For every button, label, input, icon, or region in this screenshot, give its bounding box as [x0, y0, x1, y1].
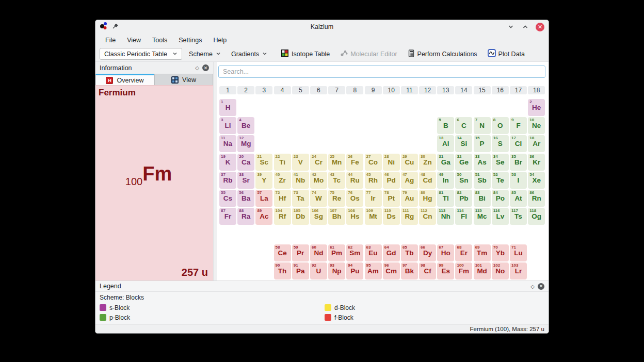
chevron-down-icon[interactable] [507, 23, 515, 31]
search-input[interactable] [218, 65, 545, 78]
chevron-up-icon[interactable] [521, 23, 529, 31]
element-tile-U[interactable]: 92U [310, 262, 327, 279]
element-tile-Br[interactable]: 35Br [510, 154, 527, 171]
element-tile-Md[interactable]: 101Md [474, 262, 491, 279]
table-type-select[interactable]: Classic Periodic Table [100, 48, 182, 60]
element-tile-Sr[interactable]: 38Sr [237, 172, 254, 189]
element-tile-Sc[interactable]: 21Sc [255, 154, 272, 171]
element-tile-Th[interactable]: 90Th [274, 262, 291, 279]
element-tile-Xe[interactable]: 54Xe [528, 172, 545, 189]
element-tile-C[interactable]: 6C [455, 117, 472, 134]
element-tile-No[interactable]: 102No [492, 262, 509, 279]
element-tile-Nh[interactable]: 113Nh [437, 208, 454, 225]
element-tile-Ti[interactable]: 22Ti [274, 154, 291, 171]
element-tile-I[interactable]: 53I [510, 172, 527, 189]
element-tile-La[interactable]: 57La [255, 190, 272, 207]
element-tile-Y[interactable]: 39Y [255, 172, 272, 189]
element-tile-Tb[interactable]: 65Tb [401, 244, 418, 261]
gradients-dropdown[interactable]: Gradients [228, 48, 271, 60]
element-tile-Ar[interactable]: 18Ar [528, 135, 545, 152]
element-tile-Nd[interactable]: 60Nd [310, 244, 327, 261]
element-tile-Fm[interactable]: 100Fm [455, 262, 472, 279]
element-tile-Tc[interactable]: 43Tc [328, 172, 345, 189]
element-tile-Pm[interactable]: 61Pm [328, 244, 345, 261]
element-tile-Hf[interactable]: 72Hf [274, 190, 291, 207]
element-tile-Co[interactable]: 27Co [365, 154, 382, 171]
menu-item-settings[interactable]: Settings [174, 35, 206, 45]
element-tile-Fl[interactable]: 114Fl [455, 208, 472, 225]
float-diamond-icon[interactable]: ◇ [195, 65, 199, 71]
close-icon[interactable]: ✕ [536, 23, 544, 31]
element-tile-Os[interactable]: 76Os [346, 190, 363, 207]
element-tile-Po[interactable]: 84Po [492, 190, 509, 207]
element-tile-Pb[interactable]: 82Pb [455, 190, 472, 207]
element-tile-Bi[interactable]: 83Bi [474, 190, 491, 207]
element-tile-Mc[interactable]: 115Mc [474, 208, 491, 225]
element-tile-Ta[interactable]: 73Ta [292, 190, 309, 207]
element-tile-Mo[interactable]: 42Mo [310, 172, 327, 189]
element-tile-Tm[interactable]: 69Tm [474, 244, 491, 261]
element-tile-Mg[interactable]: 12Mg [237, 135, 254, 152]
element-tile-Cl[interactable]: 17Cl [510, 135, 527, 152]
element-tile-Li[interactable]: 3Li [219, 117, 236, 134]
element-tile-Te[interactable]: 52Te [492, 172, 509, 189]
element-tile-Rb[interactable]: 37Rb [219, 172, 236, 189]
element-tile-B[interactable]: 5B [437, 117, 454, 134]
element-tile-V[interactable]: 23V [292, 154, 309, 171]
element-tile-Ce[interactable]: 58Ce [274, 244, 291, 261]
element-tile-Hs[interactable]: 108Hs [346, 208, 363, 225]
isotope-table-button[interactable]: Isotope Table [277, 48, 333, 60]
element-tile-S[interactable]: 16S [492, 135, 509, 152]
element-tile-Rf[interactable]: 104Rf [274, 208, 291, 225]
float-diamond-icon[interactable]: ◇ [530, 284, 535, 289]
element-tile-Ag[interactable]: 47Ag [401, 172, 418, 189]
element-tile-Ne[interactable]: 10Ne [528, 117, 545, 134]
element-tile-Pa[interactable]: 91Pa [292, 262, 309, 279]
element-tile-Ru[interactable]: 44Ru [346, 172, 363, 189]
element-tile-Sg[interactable]: 106Sg [310, 208, 327, 225]
element-tile-Ir[interactable]: 77Ir [365, 190, 382, 207]
element-tile-Yb[interactable]: 70Yb [492, 244, 509, 261]
menu-item-view[interactable]: View [122, 35, 146, 45]
tab-view[interactable]: View [154, 74, 213, 85]
menu-item-file[interactable]: File [101, 35, 120, 45]
element-tile-Eu[interactable]: 63Eu [365, 244, 382, 261]
element-tile-He[interactable]: 2He [528, 99, 545, 116]
element-tile-Be[interactable]: 4Be [237, 117, 254, 134]
element-tile-P[interactable]: 15P [474, 135, 491, 152]
tab-overview[interactable]: H Overview [95, 74, 154, 85]
close-circle-icon[interactable]: ✕ [538, 283, 544, 290]
element-tile-Ts[interactable]: 117Ts [510, 208, 527, 225]
element-tile-As[interactable]: 33As [474, 154, 491, 171]
plot-data-button[interactable]: Plot Data [484, 48, 528, 60]
element-tile-Na[interactable]: 11Na [219, 135, 236, 152]
close-circle-icon[interactable]: ✕ [202, 64, 209, 71]
element-tile-W[interactable]: 74W [310, 190, 327, 207]
element-tile-F[interactable]: 9F [510, 117, 527, 134]
menu-item-tools[interactable]: Tools [148, 35, 172, 45]
element-tile-Er[interactable]: 68Er [455, 244, 472, 261]
element-tile-Ni[interactable]: 28Ni [383, 154, 400, 171]
element-tile-Bk[interactable]: 97Bk [401, 262, 418, 279]
element-tile-Gd[interactable]: 64Gd [383, 244, 400, 261]
element-tile-Lu[interactable]: 71Lu [510, 244, 527, 261]
element-tile-Sb[interactable]: 51Sb [474, 172, 491, 189]
dock-splitter[interactable] [213, 62, 217, 281]
element-tile-Es[interactable]: 99Es [437, 262, 454, 279]
element-tile-Rn[interactable]: 86Rn [528, 190, 545, 207]
element-tile-Al[interactable]: 13Al [437, 135, 454, 152]
element-tile-Ra[interactable]: 88Ra [237, 208, 254, 225]
element-tile-Pu[interactable]: 94Pu [346, 262, 363, 279]
element-tile-Re[interactable]: 75Re [328, 190, 345, 207]
element-tile-K[interactable]: 19K [219, 154, 236, 171]
menu-item-help[interactable]: Help [208, 35, 231, 45]
element-tile-Ac[interactable]: 89Ac [255, 208, 272, 225]
element-tile-Sm[interactable]: 62Sm [346, 244, 363, 261]
element-tile-Pd[interactable]: 46Pd [383, 172, 400, 189]
element-tile-Cr[interactable]: 24Cr [310, 154, 327, 171]
element-tile-Db[interactable]: 105Db [292, 208, 309, 225]
element-tile-Ds[interactable]: 110Ds [383, 208, 400, 225]
element-tile-Dy[interactable]: 66Dy [419, 244, 436, 261]
element-tile-Cd[interactable]: 48Cd [419, 172, 436, 189]
element-tile-Pr[interactable]: 59Pr [292, 244, 309, 261]
